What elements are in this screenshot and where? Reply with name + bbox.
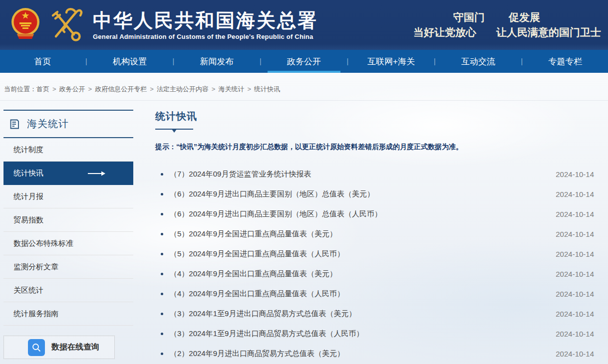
breadcrumb-separator: > (247, 85, 251, 93)
nav-item-internet-customs[interactable]: 互联网+海关 (348, 50, 434, 73)
data-online-query-button[interactable]: 数据在线查询 (3, 336, 115, 359)
nav-item-news[interactable]: 新闻发布 (174, 50, 260, 73)
list-item-title[interactable]: （6）2024年9月进出口商品主要国别（地区）总值表（人民币） (170, 209, 556, 219)
list-item: （5）2024年9月全国进口重点商品量值表（美元） 2024-10-14 (155, 224, 594, 244)
list-item-title[interactable]: （3）2024年1至9月进出口商品贸易方式总值表（人民币） (170, 329, 556, 339)
page-title: 统计快讯 (155, 110, 594, 123)
list-item-date: 2024-10-14 (556, 190, 594, 198)
content: 海关统计 统计制度 统计快讯 统计月报 贸易指数 数据公布特殊标准 监测分析文章… (0, 101, 608, 364)
breadcrumb-statutory-disclosure[interactable]: 法定主动公开内容 (157, 85, 209, 93)
breadcrumb-separator: > (52, 85, 56, 93)
list-item: （5）2024年9月全国进口重点商品量值表（人民币） 2024-10-14 (155, 244, 594, 264)
breadcrumb-separator: > (88, 85, 92, 93)
page-body: 当前位置：首页>政务公开>政府信息公开专栏>法定主动公开内容>海关统计>统计快讯… (0, 73, 608, 364)
site-title: 中华人民共和国海关总署 (93, 9, 318, 31)
breadcrumb-gov-affairs[interactable]: 政务公开 (59, 85, 85, 93)
list-item-title[interactable]: （4）2024年9月全国出口重点商品量值表（美元） (170, 269, 556, 279)
list-item: （7）2024年09月货运监管业务统计快报表 2024-10-14 (155, 164, 594, 184)
breadcrumb-customs-statistics[interactable]: 海关统计 (218, 85, 244, 93)
list-item-title[interactable]: （3）2024年1至9月进出口商品贸易方式总值表（美元） (170, 309, 556, 319)
nav-item-organization[interactable]: 机构设置 (87, 50, 173, 73)
breadcrumb-separator: > (212, 85, 216, 93)
breadcrumb: 当前位置：首页>政务公开>政府信息公开专栏>法定主动公开内容>海关统计>统计快讯 (0, 73, 608, 101)
list-item-date: 2024-10-14 (556, 310, 594, 318)
list-item-title[interactable]: （5）2024年9月全国进口重点商品量值表（美元） (170, 229, 556, 239)
tip-text: 提示：“快讯”为海关统计月度初步汇总数据，以更正统计原始资料差错后形成的月度正式… (155, 143, 594, 152)
nav-item-interaction[interactable]: 互动交流 (436, 50, 521, 73)
nav-item-special-topics[interactable]: 专题专栏 (523, 50, 608, 73)
list-item-date: 2024-10-14 (556, 230, 594, 238)
bullet-icon (161, 173, 163, 176)
list-item: （3）2024年1至9月进出口商品贸易方式总值表（美元） 2024-10-14 (155, 304, 594, 324)
list-item-date: 2024-10-14 (556, 170, 594, 179)
list-item: （4）2024年9月全国出口重点商品量值表（美元） 2024-10-14 (155, 264, 594, 284)
site-title-block: 中华人民共和国海关总署 General Administration of Cu… (93, 9, 318, 40)
list-item-title[interactable]: （2）2024年9月进出口商品贸易方式总值表（美元） (170, 349, 556, 359)
slogan-part: 让人民满意的国门卫士 (496, 25, 601, 40)
title-underline (155, 129, 193, 130)
sidebar-item-label: 统计快讯 (13, 169, 43, 178)
list-item-title[interactable]: （5）2024年9月全国进口重点商品量值表（人民币） (170, 249, 556, 259)
breadcrumb-info-disclosure[interactable]: 政府信息公开专栏 (95, 85, 147, 93)
list-item: （4）2024年9月全国出口重点商品量值表（人民币） 2024-10-14 (155, 284, 594, 304)
list-item-date: 2024-10-14 (556, 330, 594, 338)
list-item-title[interactable]: （4）2024年9月全国出口重点商品量值表（人民币） (170, 289, 556, 299)
slogan-part: 当好让党放心 (413, 25, 476, 40)
customs-logo-icon (48, 7, 85, 43)
list-item-title[interactable]: （6）2024年9月进出口商品主要国别（地区）总值表（美元） (170, 189, 556, 199)
bullet-icon (161, 233, 163, 235)
arrow-right-icon (87, 171, 105, 177)
sidebar-item-monthly-report[interactable]: 统计月报 (3, 185, 133, 208)
list-item-date: 2024-10-14 (556, 250, 594, 258)
bullet-icon (161, 193, 163, 195)
breadcrumb-current: 统计快讯 (254, 85, 280, 93)
list-item: （6）2024年9月进出口商品主要国别（地区）总值表（人民币） 2024-10-… (155, 204, 594, 224)
slogan-part: 促发展 (509, 10, 540, 25)
list-item-date: 2024-10-14 (556, 210, 594, 218)
sidebar: 海关统计 统计制度 统计快讯 统计月报 贸易指数 数据公布特殊标准 监测分析文章… (3, 110, 133, 364)
data-online-query-label: 数据在线查询 (51, 342, 99, 353)
bullet-icon (161, 253, 163, 255)
bullet-icon (161, 273, 163, 275)
list-item-title[interactable]: （7）2024年09月货运监管业务统计快报表 (170, 170, 556, 179)
sidebar-item-trade-index[interactable]: 贸易指数 (3, 208, 133, 232)
breadcrumb-home[interactable]: 首页 (36, 85, 49, 93)
list-item-date: 2024-10-14 (556, 270, 594, 278)
list-item-date: 2024-10-14 (556, 350, 594, 358)
header-slogans: 守国门 促发展 当好让党放心 让人民满意的国门卫士 (413, 10, 601, 40)
site-subtitle: General Administration of Customs of the… (93, 33, 318, 40)
search-icon (28, 339, 45, 356)
bullet-icon (161, 333, 163, 335)
national-emblem-icon (11, 7, 40, 43)
bullet-icon (161, 313, 163, 315)
main-content: 统计快讯 提示：“快讯”为海关统计月度初步汇总数据，以更正统计原始资料差错后形成… (155, 110, 594, 364)
sidebar-item-stat-system[interactable]: 统计制度 (3, 138, 133, 162)
list-item: （3）2024年1至9月进出口商品贸易方式总值表（人民币） 2024-10-14 (155, 324, 594, 344)
sidebar-item-analysis-articles[interactable]: 监测分析文章 (3, 255, 133, 279)
main-nav: 首页 | 机构设置 | 新闻发布 | 政务公开 | 互联网+海关 | 互动交流 … (0, 50, 608, 73)
list-item-date: 2024-10-14 (556, 290, 594, 298)
nav-item-gov-affairs[interactable]: 政务公开 (262, 50, 347, 73)
bullet-icon (161, 213, 163, 215)
site-header: 中华人民共和国海关总署 General Administration of Cu… (0, 0, 608, 50)
list-item: （2）2024年9月进出口商品贸易方式总值表（美元） 2024-10-14 (155, 344, 594, 364)
sidebar-item-service-guide[interactable]: 统计服务指南 (3, 302, 133, 326)
breadcrumb-prefix: 当前位置： (4, 85, 36, 93)
news-list: （7）2024年09月货运监管业务统计快报表 2024-10-14 （6）202… (155, 164, 594, 364)
bullet-icon (161, 293, 163, 295)
sidebar-header: 海关统计 (3, 110, 133, 138)
bullet-icon (161, 353, 163, 355)
sidebar-item-special-data-standard[interactable]: 数据公布特殊标准 (3, 232, 133, 255)
nav-item-home[interactable]: 首页 (0, 50, 85, 73)
sidebar-item-district-stats[interactable]: 关区统计 (3, 279, 133, 302)
document-icon (8, 118, 20, 130)
breadcrumb-separator: > (150, 85, 154, 93)
sidebar-title: 海关统计 (27, 117, 69, 131)
sidebar-item-stat-express[interactable]: 统计快讯 (3, 162, 133, 185)
list-item: （6）2024年9月进出口商品主要国别（地区）总值表（美元） 2024-10-1… (155, 184, 594, 204)
slogan-part: 守国门 (453, 10, 485, 25)
